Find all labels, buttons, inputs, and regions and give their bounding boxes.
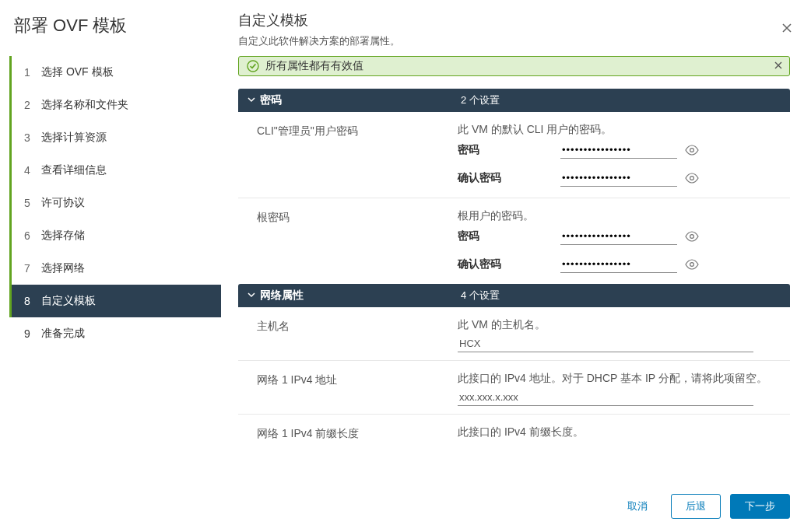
sidebar-title: 部署 OVF 模板 bbox=[9, 14, 221, 37]
step-label: 选择存储 bbox=[41, 229, 85, 243]
svg-point-1 bbox=[690, 149, 694, 152]
row-desc: 此 VM 的主机名。 bbox=[458, 318, 790, 332]
root-confirm-input[interactable] bbox=[560, 256, 677, 273]
step-label: 选择名称和文件夹 bbox=[41, 98, 128, 112]
row-label: 主机名 bbox=[257, 318, 458, 352]
ipv4-address-input[interactable] bbox=[458, 389, 753, 406]
wizard-footer: 取消 后退 下一步 bbox=[0, 481, 804, 532]
section-count: 4 个设置 bbox=[461, 289, 500, 303]
row-desc: 此接口的 IPv4 前缀长度。 bbox=[458, 425, 790, 439]
eye-icon[interactable] bbox=[685, 257, 699, 271]
step-label: 许可协议 bbox=[41, 196, 85, 210]
step-number: 4 bbox=[24, 164, 41, 177]
field-label: 确认密码 bbox=[458, 171, 560, 185]
step-number: 9 bbox=[24, 327, 41, 340]
wizard-step-7[interactable]: 7选择网络 bbox=[9, 252, 221, 285]
step-label: 选择 OVF 模板 bbox=[41, 65, 114, 79]
field-label: 密码 bbox=[458, 143, 560, 157]
row-label: 网络 1 IPv4 前缀长度 bbox=[257, 425, 458, 443]
wizard-step-8[interactable]: 8自定义模板 bbox=[9, 285, 221, 317]
svg-point-0 bbox=[248, 61, 258, 72]
row-desc: 此 VM 的默认 CLI 用户的密码。 bbox=[458, 123, 790, 137]
row-label: 网络 1 IPv4 地址 bbox=[257, 372, 458, 406]
step-number: 1 bbox=[24, 66, 41, 79]
root-password-input[interactable] bbox=[560, 228, 677, 245]
step-number: 5 bbox=[24, 197, 41, 209]
close-icon[interactable] bbox=[781, 22, 793, 38]
next-button[interactable]: 下一步 bbox=[730, 494, 790, 519]
banner-text: 所有属性都有有效值 bbox=[265, 59, 774, 73]
field-label: 密码 bbox=[458, 229, 560, 243]
eye-icon[interactable] bbox=[685, 229, 699, 243]
step-label: 选择计算资源 bbox=[41, 131, 107, 145]
svg-point-3 bbox=[690, 235, 694, 239]
banner-close-icon[interactable] bbox=[774, 60, 783, 72]
svg-point-4 bbox=[690, 263, 694, 267]
eye-icon[interactable] bbox=[685, 171, 699, 185]
step-number: 3 bbox=[24, 131, 41, 144]
section-count: 2 个设置 bbox=[461, 93, 500, 107]
form-row-cli-admin-password: CLI"管理员"用户密码 此 VM 的默认 CLI 用户的密码。 密码 确认密码 bbox=[238, 112, 790, 198]
wizard-step-9: 9准备完成 bbox=[9, 317, 221, 350]
step-number: 2 bbox=[24, 99, 41, 111]
wizard-step-5[interactable]: 5许可协议 bbox=[9, 187, 221, 219]
step-label: 查看详细信息 bbox=[41, 163, 107, 177]
form-row-hostname: 主机名 此 VM 的主机名。 bbox=[238, 307, 790, 361]
hostname-input[interactable] bbox=[458, 335, 753, 352]
page-title: 自定义模板 bbox=[238, 11, 790, 30]
wizard-step-2[interactable]: 2选择名称和文件夹 bbox=[9, 89, 221, 121]
wizard-step-3[interactable]: 3选择计算资源 bbox=[9, 121, 221, 154]
section-title: 网络属性 bbox=[260, 289, 461, 303]
success-icon bbox=[247, 60, 259, 72]
wizard-sidebar: 部署 OVF 模板 1选择 OVF 模板2选择名称和文件夹3选择计算资源4查看详… bbox=[0, 0, 227, 481]
chevron-down-icon bbox=[248, 96, 255, 105]
chevron-down-icon bbox=[248, 291, 255, 300]
wizard-step-6[interactable]: 6选择存储 bbox=[9, 219, 221, 252]
validation-banner: 所有属性都有有效值 bbox=[238, 56, 790, 76]
cancel-button[interactable]: 取消 bbox=[613, 494, 662, 519]
form-row-root-password: 根密码 根用户的密码。 密码 确认密码 bbox=[238, 198, 790, 284]
field-label: 确认密码 bbox=[458, 257, 560, 271]
row-label: 根密码 bbox=[257, 209, 458, 276]
back-button[interactable]: 后退 bbox=[671, 494, 721, 519]
page-subtitle: 自定义此软件解决方案的部署属性。 bbox=[238, 34, 790, 48]
section-title: 密码 bbox=[260, 93, 461, 107]
section-header-network[interactable]: 网络属性 4 个设置 bbox=[238, 284, 790, 307]
wizard-step-4[interactable]: 4查看详细信息 bbox=[9, 154, 221, 187]
row-label: CLI"管理员"用户密码 bbox=[257, 123, 458, 190]
wizard-step-1[interactable]: 1选择 OVF 模板 bbox=[9, 56, 221, 89]
step-number: 7 bbox=[24, 262, 41, 275]
section-header-password[interactable]: 密码 2 个设置 bbox=[238, 89, 790, 112]
form-row-ipv4-prefix: 网络 1 IPv4 前缀长度 此接口的 IPv4 前缀长度。 bbox=[238, 415, 790, 450]
row-desc: 此接口的 IPv4 地址。对于 DHCP 基本 IP 分配，请将此项留空。 bbox=[458, 372, 790, 386]
step-number: 6 bbox=[24, 229, 41, 242]
step-number: 8 bbox=[24, 295, 41, 307]
cli-admin-password-input[interactable] bbox=[560, 142, 677, 159]
svg-point-2 bbox=[690, 177, 694, 180]
eye-icon[interactable] bbox=[685, 143, 699, 157]
main-panel: 自定义模板 自定义此软件解决方案的部署属性。 所有属性都有有效值 密码 2 个设… bbox=[227, 0, 804, 481]
form-row-ipv4-address: 网络 1 IPv4 地址 此接口的 IPv4 地址。对于 DHCP 基本 IP … bbox=[238, 361, 790, 415]
row-desc: 根用户的密码。 bbox=[458, 209, 790, 223]
cli-admin-confirm-input[interactable] bbox=[560, 170, 677, 187]
step-label: 自定义模板 bbox=[41, 294, 96, 308]
step-label: 选择网络 bbox=[41, 261, 85, 275]
step-label: 准备完成 bbox=[41, 327, 85, 341]
